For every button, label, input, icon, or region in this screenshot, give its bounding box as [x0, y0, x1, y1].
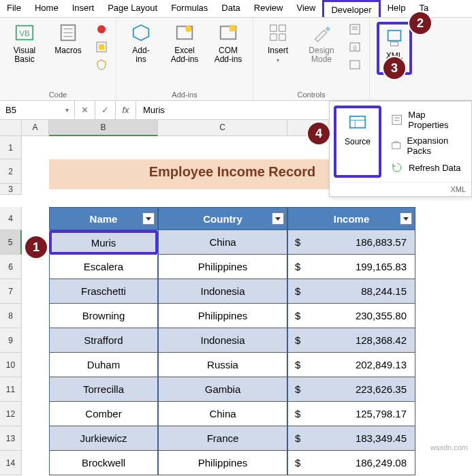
run-dialog-button[interactable]: [347, 57, 362, 72]
table-cell[interactable]: Gambia: [158, 377, 287, 402]
table-cell[interactable]: Indonesia: [158, 279, 287, 304]
col-header-b[interactable]: B: [49, 120, 158, 136]
table-cell[interactable]: Browning: [49, 304, 158, 328]
table-cell[interactable]: Torrecilla: [49, 377, 158, 402]
tab-formulas[interactable]: Formulas: [164, 0, 215, 17]
addins-button[interactable]: Add- ins: [123, 22, 159, 64]
row-header[interactable]: 9: [0, 328, 22, 353]
row-header[interactable]: 6: [0, 255, 22, 279]
table-cell[interactable]: $125,798.17: [287, 402, 415, 426]
table-cell[interactable]: Philippines: [158, 255, 287, 279]
visual-basic-icon: VB: [14, 22, 35, 44]
filter-icon[interactable]: [272, 212, 284, 225]
table-cell[interactable]: Muris: [49, 230, 158, 255]
svg-rect-29: [392, 115, 401, 124]
table-cell[interactable]: Russia: [158, 353, 287, 377]
table-cell[interactable]: Indonesia: [158, 328, 287, 353]
table-cell[interactable]: China: [158, 230, 287, 255]
col-header-c[interactable]: C: [158, 120, 287, 136]
tab-insert[interactable]: Insert: [65, 0, 101, 17]
record-macro-button[interactable]: [94, 22, 109, 37]
insert-control-button[interactable]: Insert ▾: [260, 22, 296, 64]
refresh-data-button[interactable]: Refresh Data: [390, 159, 467, 176]
callout-3: 3: [383, 57, 405, 79]
enter-formula-button[interactable]: ✓: [95, 101, 116, 119]
row-header[interactable]: 11: [0, 377, 22, 402]
table-cell[interactable]: Duham: [49, 353, 158, 377]
table-cell[interactable]: Strafford: [49, 328, 158, 353]
tab-page-layout[interactable]: Page Layout: [101, 0, 164, 17]
svg-rect-16: [270, 34, 277, 40]
view-code-button[interactable]: {}: [347, 39, 362, 54]
table-cell[interactable]: Philippines: [158, 304, 287, 328]
macro-security-button[interactable]: [94, 57, 109, 72]
col-header-a[interactable]: A: [22, 120, 49, 136]
table-header-country[interactable]: Country: [158, 207, 287, 230]
map-properties-icon: [391, 114, 403, 126]
fx-icon[interactable]: fx: [116, 101, 136, 119]
row-header[interactable]: 13: [0, 426, 22, 451]
visual-basic-button[interactable]: VB Visual Basic: [7, 22, 42, 64]
xml-icon: [383, 27, 405, 49]
filter-icon[interactable]: [142, 212, 155, 225]
cancel-formula-button[interactable]: ✕: [75, 101, 95, 119]
insert-control-icon: [267, 22, 289, 44]
tab-view[interactable]: View: [289, 0, 322, 17]
row-header[interactable]: 3: [0, 184, 22, 195]
callout-4: 4: [308, 123, 330, 144]
svg-rect-32: [392, 143, 400, 149]
table-header-name[interactable]: Name: [49, 207, 158, 230]
table-cell[interactable]: Fraschetti: [49, 279, 158, 304]
filter-icon[interactable]: [400, 212, 412, 225]
tab-file[interactable]: File: [0, 0, 28, 17]
row-header[interactable]: 5: [0, 230, 22, 255]
tab-home[interactable]: Home: [28, 0, 65, 17]
table-cell[interactable]: Jurkiewicz: [49, 426, 158, 451]
watermark: wsxdn.com: [430, 443, 468, 451]
table-cell[interactable]: $202,849.13: [287, 353, 415, 377]
row-header[interactable]: 14: [0, 451, 22, 475]
svg-marker-9: [133, 25, 149, 41]
table-cell[interactable]: France: [158, 426, 287, 451]
table-cell[interactable]: $199,165.83: [287, 255, 415, 279]
select-all-corner[interactable]: [0, 120, 22, 136]
properties-button[interactable]: [347, 22, 362, 37]
row-header[interactable]: 12: [0, 402, 22, 426]
tab-help[interactable]: Help: [381, 0, 413, 17]
table-cell[interactable]: China: [158, 402, 287, 426]
excel-addins-button[interactable]: Excel Add-ins: [167, 22, 202, 64]
table-header-income[interactable]: Income: [287, 207, 415, 230]
table-cell[interactable]: $128,368.42: [287, 328, 415, 353]
svg-rect-25: [390, 42, 398, 46]
design-mode-button[interactable]: Design Mode: [304, 22, 339, 64]
map-properties-button[interactable]: Map Properties: [390, 107, 467, 133]
tab-data[interactable]: Data: [215, 0, 247, 17]
table-cell[interactable]: Comber: [49, 402, 158, 426]
macros-button[interactable]: Macros: [50, 22, 86, 55]
table-cell[interactable]: Brockwell: [49, 451, 158, 475]
table-cell[interactable]: $186,249.08: [287, 451, 415, 475]
svg-text:{}: {}: [353, 44, 357, 50]
table-cell[interactable]: $230,355.80: [287, 304, 415, 328]
name-box[interactable]: B5▾: [0, 101, 75, 119]
table-cell[interactable]: $183,349.45: [287, 426, 415, 451]
table-cell[interactable]: $186,883.57: [287, 230, 415, 255]
row-header[interactable]: 4: [0, 207, 22, 230]
table-cell[interactable]: Escalera: [49, 255, 158, 279]
xml-source-button[interactable]: Source: [334, 106, 381, 178]
tab-developer[interactable]: Developer: [322, 0, 380, 17]
design-mode-icon: [311, 22, 332, 44]
svg-rect-26: [350, 116, 366, 128]
expansion-packs-button[interactable]: Expansion Packs: [390, 133, 467, 159]
row-header[interactable]: 8: [0, 304, 22, 328]
tab-review[interactable]: Review: [247, 0, 290, 17]
row-header[interactable]: 10: [0, 353, 22, 377]
table-cell[interactable]: $88,244.15: [287, 279, 415, 304]
row-header[interactable]: 2: [0, 159, 22, 184]
table-cell[interactable]: Philippines: [158, 451, 287, 475]
row-header[interactable]: 1: [0, 136, 22, 159]
table-cell[interactable]: $223,626.35: [287, 377, 415, 402]
row-header[interactable]: 7: [0, 279, 22, 304]
relative-ref-button[interactable]: [94, 39, 109, 54]
com-addins-button[interactable]: COM Add-ins: [210, 22, 246, 64]
